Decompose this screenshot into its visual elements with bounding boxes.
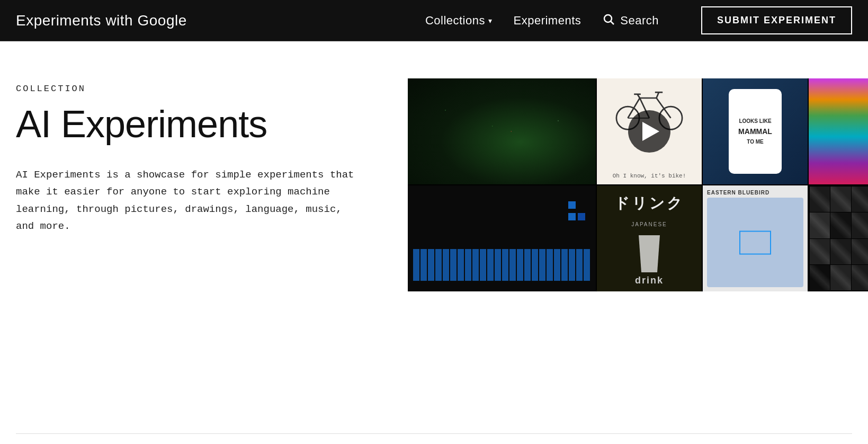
svg-line-1 xyxy=(611,21,614,24)
micro-10 xyxy=(830,239,851,264)
drink-label: drink xyxy=(635,275,664,286)
phone-line2: MAMMAL xyxy=(738,127,772,136)
grid-cell-bicycle[interactable]: Oh I know, it's bike! xyxy=(597,78,702,184)
bicycle-caption: Oh I know, it's bike! xyxy=(613,173,686,179)
micro-15 xyxy=(852,265,869,290)
micro-14 xyxy=(830,265,851,290)
drink-visual: ドリンク JAPANESE drink xyxy=(597,185,702,291)
phone-visual: LOOKS LIKE MAMMAL TO ME xyxy=(703,78,808,184)
search-area: Search xyxy=(602,13,659,29)
experiments-label: Experiments xyxy=(513,14,581,28)
collections-label: Collections xyxy=(425,14,485,28)
pixel-1 xyxy=(568,201,576,209)
pixel-2 xyxy=(568,213,576,220)
phone-screen: LOOKS LIKE MAMMAL TO ME xyxy=(729,89,782,174)
drink-cup xyxy=(636,235,663,272)
micro-9 xyxy=(810,239,830,264)
play-button[interactable] xyxy=(628,110,670,153)
mosaic-visual xyxy=(809,78,868,184)
search-icon[interactable] xyxy=(602,13,615,29)
japanese-text: ドリンク xyxy=(614,193,684,214)
site-header: Experiments with Google Collections ▾ Ex… xyxy=(0,0,868,41)
bird-image-area xyxy=(707,198,803,287)
grid-cell-microscopy[interactable] xyxy=(809,185,868,291)
phone-line1: LOOKS LIKE xyxy=(739,118,771,125)
main-content: COLLECTION AI Experiments AI Experiments… xyxy=(0,41,868,433)
micro-3 xyxy=(852,187,869,212)
page-description: AI Experiments is a showcase for simple … xyxy=(16,166,355,235)
micro-7 xyxy=(852,212,869,238)
search-label: Search xyxy=(620,14,659,28)
particles-visual xyxy=(408,78,596,184)
grid-cell-drink[interactable]: ドリンク JAPANESE drink xyxy=(597,185,702,291)
grid-cell-mosaic[interactable] xyxy=(809,78,868,184)
left-section: COLLECTION AI Experiments AI Experiments… xyxy=(16,78,376,235)
micro-5 xyxy=(810,212,830,238)
japanese-sub: JAPANESE xyxy=(631,221,667,227)
micro-1 xyxy=(810,187,830,212)
pixel-3 xyxy=(578,213,585,220)
micro-2 xyxy=(830,187,851,212)
bottom-divider xyxy=(16,433,852,434)
collections-dropdown-arrow: ▾ xyxy=(488,16,493,25)
micro-11 xyxy=(852,239,869,264)
grid-cell-phone[interactable]: LOOKS LIKE MAMMAL TO ME xyxy=(703,78,808,184)
pixel-decoration xyxy=(568,201,585,220)
video-grid: Oh I know, it's bike! LOOKS LIKE MAMMAL … xyxy=(408,78,868,291)
submit-experiment-button[interactable]: SUBMIT EXPERIMENT xyxy=(701,6,852,34)
grid-cell-bird[interactable]: EASTERN BLUEBIRD xyxy=(703,185,808,291)
phone-line3: TO ME xyxy=(747,138,763,145)
svg-point-0 xyxy=(604,15,612,22)
keyboard-visual xyxy=(408,185,596,291)
svg-line-6 xyxy=(657,92,659,98)
nav-experiments[interactable]: Experiments xyxy=(513,14,581,28)
micro-6 xyxy=(830,212,851,238)
bird-bounding-box xyxy=(739,230,771,254)
page-title: AI Experiments xyxy=(16,103,376,145)
bird-label: EASTERN BLUEBIRD xyxy=(707,190,803,196)
grid-cell-particles[interactable] xyxy=(408,78,596,184)
micro-13 xyxy=(810,265,830,290)
right-section: Oh I know, it's bike! LOOKS LIKE MAMMAL … xyxy=(408,78,868,291)
bird-visual: EASTERN BLUEBIRD xyxy=(703,185,808,291)
nav-collections[interactable]: Collections ▾ xyxy=(425,14,493,28)
site-logo[interactable]: Experiments with Google xyxy=(16,12,187,29)
main-nav: Collections ▾ Experiments Search SUBMIT … xyxy=(425,6,852,34)
grid-cell-keyboard[interactable] xyxy=(408,185,596,291)
collection-tag: COLLECTION xyxy=(16,84,376,94)
microscopy-visual xyxy=(809,185,868,291)
